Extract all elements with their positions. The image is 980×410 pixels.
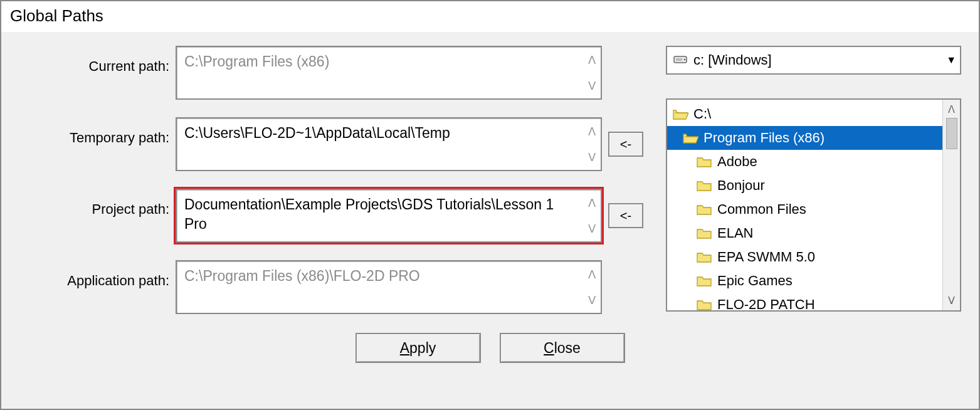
folder-icon xyxy=(695,226,714,240)
scroll-down-icon[interactable]: ᐯ xyxy=(948,295,955,307)
chevron-down-icon[interactable]: ᐯ xyxy=(588,295,596,306)
application-path-value: C:\Program Files (x86)\FLO-2D PRO xyxy=(177,261,583,313)
tree-item-label: Bonjour xyxy=(717,177,765,194)
tree-item[interactable]: ELAN xyxy=(667,221,942,245)
folder-icon xyxy=(695,202,714,216)
temporary-path-field[interactable]: C:\Users\FLO-2D~1\AppData\Local\Temp ᐱ ᐯ xyxy=(176,117,602,171)
current-path-spinner[interactable]: ᐱ ᐯ xyxy=(583,47,601,98)
chevron-down-icon[interactable]: ᐯ xyxy=(588,152,596,163)
folder-icon xyxy=(695,298,714,310)
application-path-field[interactable]: C:\Program Files (x86)\FLO-2D PRO ᐱ ᐯ xyxy=(176,260,602,314)
tree-item-label: Adobe xyxy=(717,154,757,170)
current-path-wrap: C:\Program Files (x86) ᐱ ᐯ xyxy=(176,46,602,100)
chevron-up-icon[interactable]: ᐱ xyxy=(588,197,596,209)
global-paths-window: Global Paths Current path: C:\Program Fi… xyxy=(0,0,980,410)
tree-item[interactable]: Epic Games xyxy=(667,269,942,293)
close-button[interactable]: Close xyxy=(500,333,625,363)
chevron-up-icon[interactable]: ᐱ xyxy=(588,269,596,280)
folder-open-icon xyxy=(671,107,690,121)
tree-item-label: C:\ xyxy=(693,106,711,122)
project-path-label: Project path: xyxy=(19,189,169,218)
application-path-spinner[interactable]: ᐱ ᐯ xyxy=(583,261,601,313)
assign-temporary-button[interactable]: <- xyxy=(608,132,643,157)
current-path-field[interactable]: C:\Program Files (x86) ᐱ ᐯ xyxy=(176,46,602,100)
drive-label: c: [Windows] xyxy=(693,52,940,68)
folder-icon xyxy=(695,250,714,264)
main-content: Current path: C:\Program Files (x86) ᐱ ᐯ… xyxy=(19,46,961,314)
application-path-wrap: C:\Program Files (x86)\FLO-2D PRO ᐱ ᐯ xyxy=(176,260,602,314)
tree-item-label: Common Files xyxy=(717,201,806,218)
folder-tree-body: C:\Program Files (x86)AdobeBonjourCommon… xyxy=(667,100,942,310)
tree-item[interactable]: Adobe xyxy=(667,150,942,174)
chevron-down-icon[interactable]: ᐯ xyxy=(588,80,596,92)
close-accel: C xyxy=(544,340,554,356)
tree-item-label: EPA SWMM 5.0 xyxy=(717,249,815,265)
folder-open-icon xyxy=(681,131,700,145)
temporary-path-value: C:\Users\FLO-2D~1\AppData\Local\Temp xyxy=(177,118,583,170)
application-path-label: Application path: xyxy=(19,260,169,289)
temporary-path-label: Temporary path: xyxy=(19,117,169,146)
dropdown-arrow-icon: ▼ xyxy=(946,55,956,66)
tree-item[interactable]: EPA SWMM 5.0 xyxy=(667,245,942,269)
folder-icon xyxy=(695,179,714,192)
tree-item-label: FLO-2D PATCH xyxy=(717,297,815,310)
tree-item[interactable]: Bonjour xyxy=(667,174,942,197)
current-path-value: C:\Program Files (x86) xyxy=(177,47,583,98)
temporary-path-spinner[interactable]: ᐱ ᐯ xyxy=(583,118,601,170)
tree-item-label: Epic Games xyxy=(717,273,793,289)
window-title: Global Paths xyxy=(1,1,979,32)
project-path-field[interactable]: Documentation\Example Projects\GDS Tutor… xyxy=(176,189,602,243)
tree-item[interactable]: FLO-2D PATCH xyxy=(667,293,942,310)
drive-selector[interactable]: c: [Windows] ▼ xyxy=(666,46,961,75)
tree-scrollbar[interactable]: ᐱ ᐯ xyxy=(942,100,960,310)
tree-item[interactable]: Common Files xyxy=(667,197,942,221)
paths-grid: Current path: C:\Program Files (x86) ᐱ ᐯ… xyxy=(19,46,652,314)
scroll-up-icon[interactable]: ᐱ xyxy=(948,103,955,115)
tree-item[interactable]: Program Files (x86) xyxy=(667,126,942,150)
close-rest: lose xyxy=(554,340,581,356)
svg-point-2 xyxy=(684,58,686,60)
current-path-label: Current path: xyxy=(19,46,169,75)
scroll-thumb[interactable] xyxy=(946,118,957,149)
apply-accel: A xyxy=(400,340,409,356)
chevron-up-icon[interactable]: ᐱ xyxy=(588,126,596,137)
apply-rest: pply xyxy=(409,340,436,356)
apply-button[interactable]: Apply xyxy=(356,333,481,363)
assign-project-button[interactable]: <- xyxy=(608,203,643,228)
tree-item-label: Program Files (x86) xyxy=(703,130,825,146)
drive-icon xyxy=(673,53,687,68)
svg-rect-1 xyxy=(676,58,682,61)
right-panel: c: [Windows] ▼ C:\Program Files (x86)Ado… xyxy=(666,46,961,312)
folder-tree[interactable]: C:\Program Files (x86)AdobeBonjourCommon… xyxy=(666,98,961,312)
temporary-path-wrap: C:\Users\FLO-2D~1\AppData\Local\Temp ᐱ ᐯ xyxy=(176,117,602,171)
chevron-down-icon[interactable]: ᐯ xyxy=(588,223,596,234)
chevron-up-icon[interactable]: ᐱ xyxy=(588,55,596,66)
project-path-wrap: Documentation\Example Projects\GDS Tutor… xyxy=(176,189,602,243)
folder-icon xyxy=(695,155,714,169)
folder-icon xyxy=(695,274,714,288)
project-path-value: Documentation\Example Projects\GDS Tutor… xyxy=(177,190,583,241)
client-area: Current path: C:\Program Files (x86) ᐱ ᐯ… xyxy=(1,32,979,409)
project-path-spinner[interactable]: ᐱ ᐯ xyxy=(583,190,601,241)
tree-item[interactable]: C:\ xyxy=(667,102,942,126)
button-bar: Apply Close xyxy=(19,333,961,363)
tree-item-label: ELAN xyxy=(717,225,753,241)
